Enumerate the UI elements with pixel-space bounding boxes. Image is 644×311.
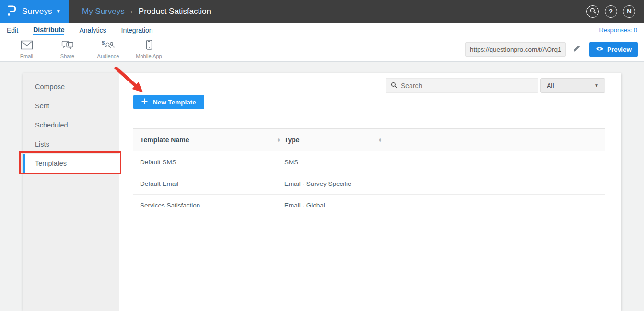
questionpro-logo-icon	[6, 4, 18, 19]
question-mark-icon: ?	[609, 8, 613, 15]
audience-action[interactable]: $ Audience	[88, 40, 129, 59]
sidebar-item-scheduled[interactable]: Scheduled	[23, 115, 119, 135]
table-controls: All ▼	[133, 78, 605, 93]
distribute-sidebar: Compose Sent Scheduled Lists Templates	[23, 73, 119, 311]
share-action[interactable]: Share	[47, 40, 88, 59]
templates-panel: Compose Sent Scheduled Lists Templates	[23, 73, 621, 311]
tab-distribute[interactable]: Distribute	[33, 25, 64, 35]
breadcrumb-parent-link[interactable]: My Surveys	[82, 7, 125, 16]
smartphone-icon	[146, 40, 152, 52]
topbar-actions: ? N	[586, 5, 635, 18]
preview-button[interactable]: Preview	[589, 42, 638, 57]
plus-icon	[141, 98, 148, 106]
templates-main: All ▼ New Template Template Name	[119, 73, 621, 311]
sidebar-item-compose[interactable]: Compose	[23, 77, 119, 96]
avatar-initial: N	[627, 8, 631, 15]
top-bar: Surveys ▼ My Surveys › Product Satisfact…	[0, 0, 644, 23]
product-switcher[interactable]: Surveys ▼	[0, 0, 69, 23]
dollar-people-icon: $	[102, 40, 115, 52]
column-header-type: Type ▴▾	[284, 136, 605, 144]
type-filter-value: All	[547, 82, 554, 90]
template-name-cell[interactable]: Default Email	[140, 180, 178, 187]
template-name-cell[interactable]: Default SMS	[140, 159, 176, 166]
help-button[interactable]: ?	[605, 5, 617, 18]
envelope-icon	[21, 40, 33, 52]
email-action-label: Email	[20, 53, 34, 59]
eye-icon	[596, 46, 604, 53]
tab-integration[interactable]: Integration	[121, 25, 153, 34]
table-row[interactable]: Default SMS SMS	[133, 151, 605, 173]
table-header-row: Template Name ▴▾ Type ▴▾	[133, 128, 605, 151]
svg-text:$: $	[102, 40, 105, 46]
global-search-button[interactable]	[586, 5, 599, 18]
distribute-content: Compose Sent Scheduled Lists Templates	[0, 62, 644, 311]
survey-nav-tabs: Edit Distribute Analytics Integration Re…	[0, 23, 644, 37]
breadcrumb: My Surveys › Product Satisfaction ? N	[69, 0, 644, 23]
toolbar-right: Preview	[465, 42, 638, 57]
column-header-template-name: Template Name ▴▾	[133, 136, 284, 144]
template-type-cell: Email - Global	[284, 202, 325, 209]
chevron-down-icon: ▼	[594, 83, 599, 88]
template-type-cell: SMS	[284, 159, 298, 166]
survey-link-input[interactable]	[465, 42, 566, 57]
share-action-label: Share	[60, 53, 74, 59]
sidebar-item-lists[interactable]: Lists	[23, 135, 119, 154]
sort-icon[interactable]: ▴▾	[278, 138, 280, 142]
email-action[interactable]: Email	[6, 40, 47, 59]
distribute-toolbar: Email Share $ Audience	[0, 37, 644, 62]
product-name: Surveys	[22, 7, 52, 16]
sidebar-item-templates[interactable]: Templates	[23, 154, 119, 173]
table-row[interactable]: Default Email Email - Survey Specific	[133, 173, 605, 195]
edit-link-button[interactable]	[569, 42, 585, 57]
search-icon	[590, 8, 596, 15]
template-search[interactable]	[386, 78, 538, 93]
tab-analytics[interactable]: Analytics	[79, 25, 106, 34]
type-header-label: Type	[284, 136, 300, 144]
chevron-down-icon: ▼	[56, 9, 61, 14]
type-filter-dropdown[interactable]: All ▼	[540, 78, 605, 93]
table-row[interactable]: Services Satisfaction Email - Global	[133, 195, 605, 216]
sidebar-item-sent[interactable]: Sent	[23, 96, 119, 115]
tab-edit[interactable]: Edit	[7, 25, 18, 34]
templates-table: Template Name ▴▾ Type ▴▾ Default SMS SMS…	[133, 128, 605, 216]
breadcrumb-separator: ›	[130, 7, 133, 15]
template-type-cell: Email - Survey Specific	[284, 180, 351, 187]
new-template-button-label: New Template	[153, 99, 196, 106]
pencil-icon	[572, 44, 581, 55]
audience-action-label: Audience	[97, 53, 119, 59]
new-template-button[interactable]: New Template	[133, 95, 204, 109]
responses-count-link[interactable]: Responses: 0	[599, 26, 638, 34]
template-name-cell[interactable]: Services Satisfaction	[140, 202, 200, 209]
template-name-header-label: Template Name	[140, 136, 189, 144]
chat-bubbles-icon	[61, 40, 74, 52]
template-search-input[interactable]	[401, 82, 533, 90]
mobile-app-action-label: Mobile App	[136, 53, 162, 59]
breadcrumb-current: Product Satisfaction	[139, 7, 211, 16]
search-icon	[391, 81, 397, 90]
avatar[interactable]: N	[623, 5, 635, 18]
mobile-app-action[interactable]: Mobile App	[129, 40, 169, 59]
sort-icon[interactable]: ▴▾	[379, 138, 381, 142]
preview-button-label: Preview	[607, 46, 632, 53]
